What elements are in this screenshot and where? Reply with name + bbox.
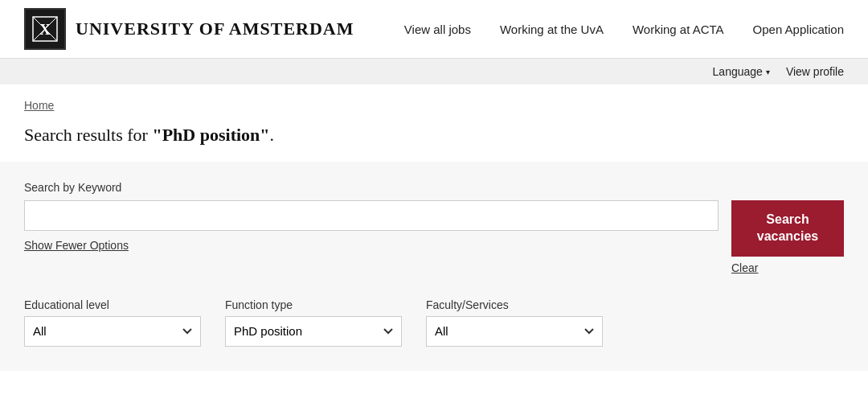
search-section: Search by Keyword Show Fewer Options Sea…	[0, 162, 868, 298]
search-right-panel: Searchvacancies Clear	[731, 181, 844, 274]
logo-icon: X	[24, 8, 66, 50]
keyword-label: Search by Keyword	[24, 181, 719, 194]
nav-working-at-uva[interactable]: Working at the UvA	[500, 23, 604, 36]
nav-working-at-acta[interactable]: Working at ACTA	[633, 23, 724, 36]
clear-link[interactable]: Clear	[731, 261, 758, 274]
breadcrumb: Home	[0, 84, 868, 117]
svg-text:X: X	[40, 22, 51, 38]
breadcrumb-home-link[interactable]: Home	[24, 99, 54, 112]
faculty-services-label: Faculty/Services	[426, 298, 603, 311]
nav-open-application[interactable]: Open Application	[753, 23, 844, 36]
filters-section: Educational level All Bachelor Master Ph…	[0, 298, 868, 371]
logo-area: X University of Amsterdam	[24, 8, 354, 50]
function-type-select[interactable]: All PhD position Postdoc Assistant Profe…	[225, 316, 402, 347]
keyword-input[interactable]	[24, 200, 719, 231]
educational-level-filter: Educational level All Bachelor Master Ph…	[24, 298, 201, 347]
site-title: University of Amsterdam	[76, 19, 354, 39]
language-label: Language	[713, 65, 763, 78]
main-nav: View all jobs Working at the UvA Working…	[404, 23, 844, 36]
search-left-panel: Search by Keyword Show Fewer Options	[24, 181, 719, 252]
page-title-area: Search results for "PhD position".	[0, 117, 868, 162]
function-type-label: Function type	[225, 298, 402, 311]
faculty-services-select[interactable]: All Faculty of Humanities Faculty of Law…	[426, 316, 603, 347]
language-dropdown-arrow: ▾	[766, 68, 770, 76]
function-type-filter: Function type All PhD position Postdoc A…	[225, 298, 402, 347]
language-selector[interactable]: Language ▾	[713, 65, 770, 78]
search-vacancies-button[interactable]: Searchvacancies	[731, 200, 844, 257]
site-header: X University of Amsterdam View all jobs …	[0, 0, 868, 59]
educational-level-label: Educational level	[24, 298, 201, 311]
sub-header: Language ▾ View profile	[0, 59, 868, 84]
nav-view-all-jobs[interactable]: View all jobs	[404, 23, 471, 36]
page-title: Search results for "PhD position".	[24, 125, 844, 146]
faculty-services-filter: Faculty/Services All Faculty of Humaniti…	[426, 298, 603, 347]
filters-row: Educational level All Bachelor Master Ph…	[24, 298, 844, 347]
view-profile-link[interactable]: View profile	[786, 65, 844, 78]
educational-level-select[interactable]: All Bachelor Master PhD	[24, 316, 201, 347]
show-fewer-options-link[interactable]: Show Fewer Options	[24, 239, 719, 252]
